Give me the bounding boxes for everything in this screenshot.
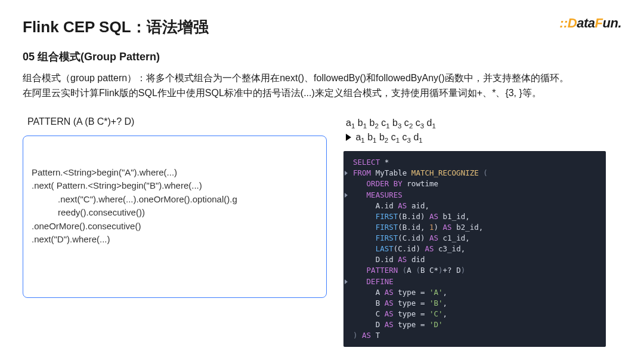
page-title: Flink CEP SQL：语法增强	[23, 17, 621, 38]
logo-dots: ::	[559, 16, 568, 30]
sql-code-text: DEFINE	[353, 276, 394, 287]
sql-code-line: PATTERN (A (B C*)+? D)	[343, 265, 599, 276]
sql-code-text: D AS type = 'D'	[353, 319, 443, 330]
sequence-output: a1 b1 b2 c1 c3 d1	[346, 131, 606, 145]
section-subtitle: 05 组合模式(Group Pattern)	[23, 50, 621, 64]
right-column: a1 b1 b2 c1 b3 c2 c3 d1 a1 b1 b2 c1 c3 d…	[343, 116, 606, 347]
sql-code-text: SELECT *	[353, 157, 389, 168]
sql-code-line: ) AS T	[343, 330, 599, 341]
sql-code-line: B AS type = 'B',	[343, 298, 599, 309]
sql-code-text: ) AS T	[353, 330, 380, 341]
java-code-line: .next("D").where(...)	[32, 233, 318, 247]
java-code-line: .next( Pattern.<String>begin("B").where(…	[32, 179, 318, 193]
logo-ata: ata	[577, 16, 595, 30]
sql-code-line: D AS type = 'D'	[343, 319, 599, 330]
sql-code-line: C AS type = 'C',	[343, 309, 599, 319]
arrow-right-icon	[346, 134, 351, 141]
sql-code-text: FIRST(C.id) AS c1_id,	[353, 233, 470, 244]
sequence-input: a1 b1 b2 c1 b3 c2 c3 d1	[346, 116, 606, 131]
sql-code-line: SELECT *	[343, 157, 599, 168]
sql-code-line: MEASURES	[343, 190, 599, 201]
left-column: PATTERN (A (B C*)+? D) Pattern.<String>b…	[23, 116, 327, 347]
sql-code-line: ORDER BY rowtime	[343, 179, 599, 189]
sql-code-text: FIRST(B.id) AS b1_id,	[353, 211, 470, 222]
description-text: 组合模式（group pattern）：将多个模式组合为一个整体用在next()…	[23, 71, 619, 101]
sql-code-text: FROM MyTable MATCH_RECOGNIZE (	[353, 168, 488, 179]
sql-code-line: LAST(C.id) AS c3_id,	[343, 244, 599, 254]
sql-code-line: A AS type = 'A',	[343, 287, 599, 298]
pattern-heading: PATTERN (A (B C*)+? D)	[23, 116, 327, 127]
java-code-line: Pattern.<String>begin("A").where(...)	[32, 166, 318, 180]
sql-code-line: FROM MyTable MATCH_RECOGNIZE (	[343, 168, 599, 179]
event-sequence: a1 b1 b2 c1 b3 c2 c3 d1 a1 b1 b2 c1 c3 d…	[343, 116, 606, 146]
sql-code-text: LAST(C.id) AS c3_id,	[353, 244, 465, 254]
java-code-line: .oneOrMore().consecutive()	[32, 220, 318, 233]
sql-code-text: A AS type = 'A',	[353, 287, 447, 298]
sql-code-line: FIRST(C.id) AS c1_id,	[343, 233, 599, 244]
fold-triangle-icon	[345, 193, 348, 198]
java-code-line: reedy().consecutive())	[32, 206, 318, 220]
fold-triangle-icon	[345, 171, 348, 176]
java-code-line: .next("C").where(...).oneOrMore().option…	[32, 193, 318, 207]
sql-code-line: A.id AS aid,	[343, 201, 599, 211]
sql-code-text: ORDER BY rowtime	[353, 179, 438, 189]
sql-code-text: A.id AS aid,	[353, 201, 429, 211]
sql-code-text: FIRST(B.id, 1) AS b2_id,	[353, 222, 483, 233]
sql-code-text: PATTERN (A (B C*)+? D)	[353, 265, 465, 276]
fold-triangle-icon	[345, 279, 348, 284]
logo-un: un.	[603, 16, 622, 30]
sql-code-text: C AS type = 'C',	[353, 309, 447, 319]
java-code-box: Pattern.<String>begin("A").where(...) .n…	[23, 136, 327, 298]
sql-code-line: FIRST(B.id) AS b1_id,	[343, 211, 599, 222]
two-column-layout: PATTERN (A (B C*)+? D) Pattern.<String>b…	[23, 116, 621, 347]
sql-code-line: FIRST(B.id, 1) AS b2_id,	[343, 222, 599, 233]
logo-d: D	[568, 16, 577, 30]
sql-code-text: D.id AS did	[353, 254, 425, 265]
sql-code-text: B AS type = 'B',	[353, 298, 447, 309]
sql-code-text: MEASURES	[353, 190, 402, 201]
logo-f: F	[595, 16, 603, 30]
datafun-logo: ::DataFun.	[559, 16, 621, 31]
sql-code-line: D.id AS did	[343, 254, 599, 265]
sql-code-line: DEFINE	[343, 276, 599, 287]
sql-code-box: SELECT *FROM MyTable MATCH_RECOGNIZE ( O…	[343, 151, 606, 347]
